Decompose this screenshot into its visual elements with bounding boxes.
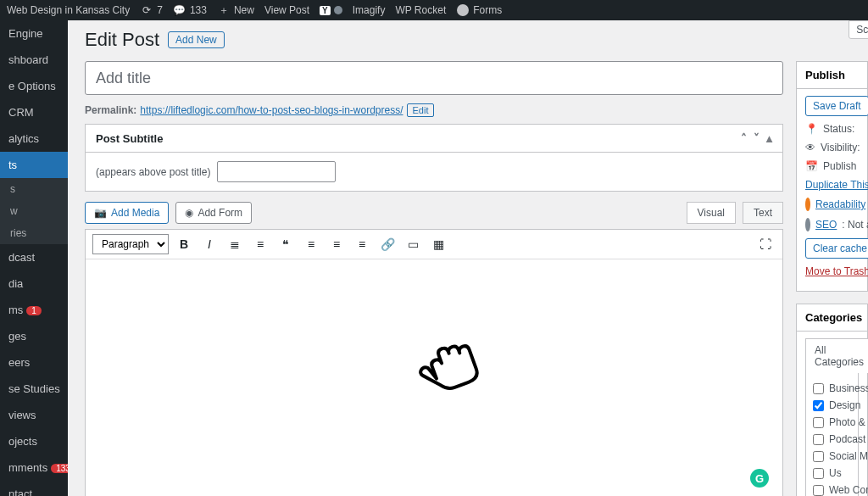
editor-column: Permalink: https://liftedlogic.com/how-t… bbox=[85, 61, 783, 496]
sidebar-subitem[interactable]: w bbox=[0, 200, 68, 222]
sidebar-item[interactable]: views bbox=[0, 402, 68, 428]
category-checkbox[interactable] bbox=[813, 451, 824, 462]
site-name[interactable]: Web Design in Kansas City bbox=[7, 4, 130, 16]
category-item[interactable]: Podcast bbox=[813, 431, 851, 448]
subtitle-input[interactable] bbox=[217, 161, 336, 182]
page-title: Edit Post bbox=[85, 29, 159, 51]
categories-heading: Categories bbox=[797, 304, 867, 332]
caret-up-icon[interactable]: ▴ bbox=[766, 131, 772, 145]
sidebar-item[interactable]: se Studies bbox=[0, 376, 68, 402]
forms-link[interactable]: Forms bbox=[456, 3, 502, 17]
sidebar-item[interactable]: shboard bbox=[0, 47, 68, 73]
subtitle-heading: Post Subtitle bbox=[96, 132, 163, 145]
updates-icon[interactable]: ⟳7 bbox=[140, 3, 163, 17]
sidebar-item[interactable]: ojects bbox=[0, 428, 68, 454]
main-content: Scre Edit Post Add New Permalink: https:… bbox=[68, 20, 868, 496]
sidebar-subitem[interactable]: s bbox=[0, 178, 68, 200]
all-categories-tab[interactable]: All Categories bbox=[805, 338, 868, 373]
meta-column: Publish Save Draft 📍Status: Dra 👁Visibil… bbox=[796, 61, 868, 496]
content-editor[interactable]: G bbox=[86, 259, 782, 496]
yoast-icon[interactable]: Y bbox=[320, 6, 342, 15]
align-left-button[interactable]: ≡ bbox=[301, 234, 321, 254]
sidebar-item[interactable]: e Options bbox=[0, 73, 68, 99]
format-select[interactable]: Paragraph bbox=[92, 234, 169, 254]
link-button[interactable]: 🔗 bbox=[377, 234, 398, 254]
chevron-down-icon[interactable]: ˅ bbox=[754, 131, 760, 145]
publish-box: Publish Save Draft 📍Status: Dra 👁Visibil… bbox=[796, 61, 868, 292]
subtitle-hint: (appears above post title) bbox=[96, 166, 210, 178]
calendar-icon: 📅 bbox=[805, 160, 818, 172]
readability-link[interactable]: Readability bbox=[815, 198, 865, 210]
permalink-edit-button[interactable]: Edit bbox=[407, 103, 435, 117]
permalink-row: Permalink: https://liftedlogic.com/how-t… bbox=[85, 103, 783, 117]
form-icon: ◉ bbox=[185, 207, 193, 219]
post-title-input[interactable] bbox=[85, 61, 783, 95]
align-center-button[interactable]: ≡ bbox=[326, 234, 347, 254]
new-menu[interactable]: ＋New bbox=[217, 3, 254, 17]
add-new-button[interactable]: Add New bbox=[168, 31, 225, 48]
grammarly-icon[interactable]: G bbox=[750, 469, 769, 488]
text-tab[interactable]: Text bbox=[743, 202, 783, 224]
clear-cache-button[interactable]: Clear cache bbox=[805, 238, 868, 259]
add-form-button[interactable]: ◉ Add Form bbox=[175, 202, 252, 224]
more-button[interactable]: ▭ bbox=[403, 234, 423, 254]
sidebar-item[interactable]: alytics bbox=[0, 125, 68, 152]
eye-icon: 👁 bbox=[805, 142, 815, 153]
align-right-button[interactable]: ≡ bbox=[352, 234, 372, 254]
editor-toolbar: Paragraph B I ≣ ≡ ❝ ≡ ≡ ≡ 🔗 ▭ ▦ ⛶ bbox=[86, 230, 782, 259]
bold-button[interactable]: B bbox=[174, 234, 194, 254]
seo-icon bbox=[805, 218, 810, 231]
comments-icon[interactable]: 💬133 bbox=[173, 3, 207, 17]
sidebar-subitem[interactable]: ries bbox=[0, 222, 68, 244]
seo-link[interactable]: SEO bbox=[815, 219, 837, 231]
sidebar-item[interactable]: Engine bbox=[0, 20, 68, 47]
screen-options-button[interactable]: Scre bbox=[849, 20, 868, 39]
sidebar-item[interactable]: mments133 bbox=[0, 454, 68, 481]
category-item[interactable]: Photo & bbox=[813, 414, 851, 431]
sidebar-item[interactable]: ms1 bbox=[0, 297, 68, 323]
sidebar-item[interactable]: dia bbox=[0, 270, 68, 297]
visual-tab[interactable]: Visual bbox=[687, 202, 736, 224]
bullet-list-button[interactable]: ≣ bbox=[225, 234, 245, 254]
admin-bar: Web Design in Kansas City ⟳7 💬133 ＋New V… bbox=[0, 0, 868, 20]
add-media-button[interactable]: 📷 Add Media bbox=[85, 202, 169, 224]
categories-list: BusinessDesignPhoto &PodcastSocial MUsWe… bbox=[805, 372, 859, 496]
category-checkbox[interactable] bbox=[813, 485, 824, 496]
category-item[interactable]: Us bbox=[813, 465, 851, 482]
category-checkbox[interactable] bbox=[813, 417, 824, 428]
italic-button[interactable]: I bbox=[199, 234, 220, 254]
fullscreen-button[interactable]: ⛶ bbox=[755, 234, 776, 254]
sidebar-item[interactable]: CRM bbox=[0, 99, 68, 125]
media-icon: 📷 bbox=[94, 207, 107, 219]
category-item[interactable]: Social M bbox=[813, 448, 851, 465]
category-item[interactable]: Business bbox=[813, 380, 851, 397]
category-item[interactable]: Design bbox=[813, 397, 851, 414]
category-checkbox[interactable] bbox=[813, 383, 824, 394]
wp-rocket-link[interactable]: WP Rocket bbox=[395, 4, 446, 16]
category-checkbox[interactable] bbox=[813, 434, 824, 445]
category-item[interactable]: Web Cor bbox=[813, 482, 851, 496]
permalink-url[interactable]: https://liftedlogic.com/how-to-post-seo-… bbox=[140, 104, 403, 116]
sidebar-item[interactable]: eers bbox=[0, 349, 68, 376]
imagify-link[interactable]: Imagify bbox=[353, 4, 386, 16]
categories-box: Categories All Categories BusinessDesign… bbox=[796, 304, 868, 496]
sidebar-item[interactable]: ntact bbox=[0, 481, 68, 496]
move-to-trash-link[interactable]: Move to Trash bbox=[805, 265, 868, 277]
publish-heading: Publish bbox=[797, 62, 867, 89]
chevron-up-icon[interactable]: ˄ bbox=[741, 131, 747, 145]
sidebar-item-posts[interactable]: ts bbox=[0, 152, 68, 178]
editor-wrap: Paragraph B I ≣ ≡ ❝ ≡ ≡ ≡ 🔗 ▭ ▦ ⛶ G Word… bbox=[85, 229, 783, 496]
key-icon: 📍 bbox=[805, 123, 818, 135]
save-draft-button[interactable]: Save Draft bbox=[805, 96, 868, 116]
category-checkbox[interactable] bbox=[813, 468, 824, 479]
sidebar-item[interactable]: ges bbox=[0, 323, 68, 349]
duplicate-link[interactable]: Duplicate This bbox=[805, 179, 868, 191]
post-subtitle-box: Post Subtitle ˄ ˅ ▴ (appears above post … bbox=[85, 124, 783, 192]
category-checkbox[interactable] bbox=[813, 400, 824, 411]
number-list-button[interactable]: ≡ bbox=[250, 234, 270, 254]
sidebar-item[interactable]: dcast bbox=[0, 244, 68, 270]
toolbar-toggle-button[interactable]: ▦ bbox=[428, 234, 448, 254]
view-post-link[interactable]: View Post bbox=[264, 4, 309, 16]
blockquote-button[interactable]: ❝ bbox=[275, 234, 296, 254]
permalink-label: Permalink: bbox=[85, 104, 136, 116]
